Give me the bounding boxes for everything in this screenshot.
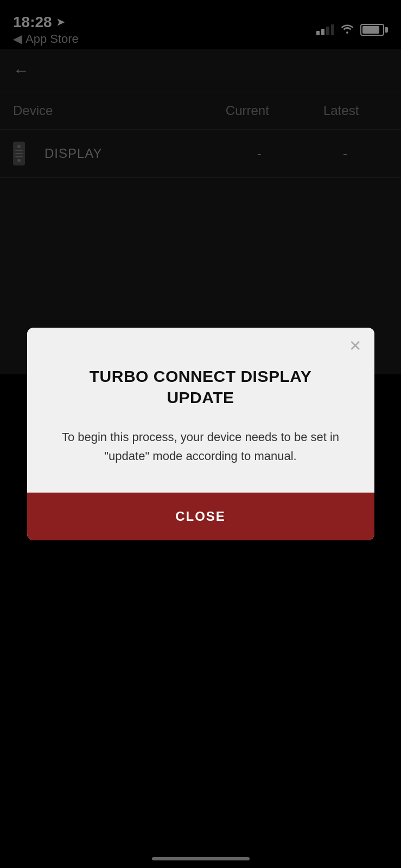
dialog-title: TURBO CONNECT DISPLAY UPDATE (54, 366, 347, 408)
dialog-body: ✕ TURBO CONNECT DISPLAY UPDATE To begin … (27, 328, 374, 493)
dialog-close-x-button[interactable]: ✕ (349, 339, 361, 354)
update-dialog: ✕ TURBO CONNECT DISPLAY UPDATE To begin … (27, 328, 374, 540)
dialog-close-button-label: CLOSE (175, 509, 226, 524)
dialog-overlay: ✕ TURBO CONNECT DISPLAY UPDATE To begin … (0, 0, 401, 868)
dialog-message: To begin this process, your device needs… (54, 427, 347, 465)
dialog-close-button[interactable]: CLOSE (27, 493, 374, 540)
